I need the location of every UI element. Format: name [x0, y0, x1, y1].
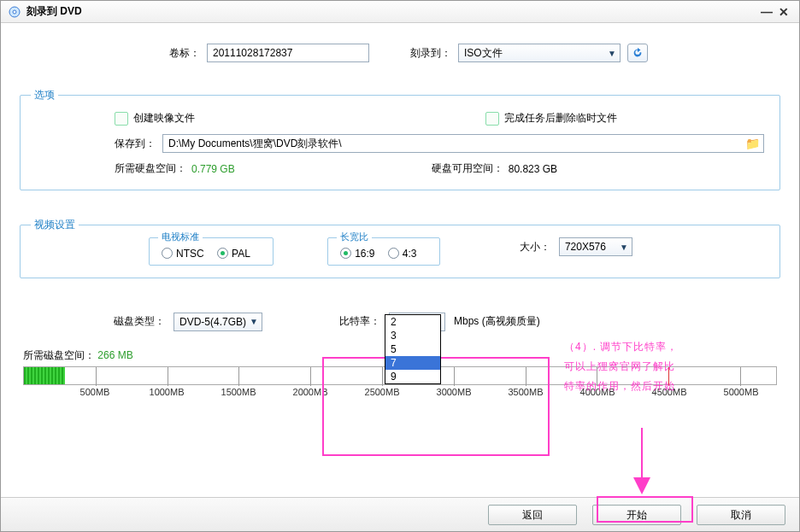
create-image-label: 创建映像文件 — [133, 111, 195, 126]
pal-label: PAL — [232, 248, 250, 260]
chevron-down-icon: ▼ — [608, 49, 616, 58]
tv-standard-group: 电视标准 NTSC PAL — [149, 237, 274, 266]
bitrate-option[interactable]: 3 — [385, 329, 440, 342]
available-space-value: 80.823 GB — [509, 163, 557, 175]
annotation-text: （4）. 调节下比特率， 可以上狸窝官网了解比 特率的作用，然后开始 — [564, 337, 786, 395]
options-legend: 选项 — [31, 88, 58, 102]
button-bar: 返回 开始 取消 — [1, 497, 799, 531]
burn-to-label: 刻录到： — [410, 46, 451, 61]
tick-label: 1000MB — [150, 387, 185, 397]
delete-temp-checkbox[interactable] — [485, 112, 499, 126]
aspect-group: 长宽比 16:9 4:3 — [327, 237, 439, 266]
video-fieldset: 视频设置 电视标准 NTSC PAL 长宽比 16:9 4:3 大小： 720X… — [20, 225, 780, 278]
disk-required-value: 266 MB — [97, 349, 132, 361]
options-fieldset: 选项 创建映像文件 完成任务后删除临时文件 保存到： D:\My Documen… — [20, 95, 780, 190]
delete-temp-label: 完成任务后删除临时文件 — [504, 111, 617, 126]
bitrate-unit: Mbps (高视频质量) — [454, 314, 540, 329]
svg-point-1 — [13, 10, 16, 14]
size-box: 大小： 720X576 ▼ — [520, 237, 632, 256]
disc-type-combo[interactable]: DVD-5(4.7GB) ▼ — [174, 313, 262, 331]
r169-radio[interactable] — [340, 248, 351, 259]
disk-usage-fill — [24, 367, 65, 384]
volume-label-input[interactable] — [207, 44, 369, 62]
create-image-checkbox[interactable] — [115, 112, 128, 126]
burn-to-combo[interactable]: ISO文件 ▼ — [458, 44, 621, 62]
burn-to-value: ISO文件 — [464, 46, 503, 61]
size-value: 720X576 — [565, 241, 606, 253]
minimize-button[interactable]: — — [758, 5, 775, 19]
lower-row: 磁盘类型： DVD-5(4.7GB) ▼ 比特率： 7 ▼ Mbps (高视频质… — [11, 287, 789, 340]
aspect-legend: 长宽比 — [337, 231, 372, 243]
tv-standard-legend: 电视标准 — [158, 231, 203, 243]
save-to-label: 保存到： — [115, 137, 162, 151]
bitrate-option[interactable]: 9 — [385, 370, 440, 383]
start-button[interactable]: 开始 — [592, 505, 681, 525]
app-icon — [8, 5, 21, 19]
r169-label: 16:9 — [355, 248, 374, 260]
header-row: 卷标： 刻录到： ISO文件 ▼ — [11, 32, 789, 71]
tick-label: 2500MB — [365, 387, 400, 397]
tick-label: 1500MB — [221, 387, 256, 397]
chevron-down-icon: ▼ — [250, 317, 258, 326]
size-label: 大小： — [520, 240, 550, 254]
disc-type-label: 磁盘类型： — [114, 314, 165, 329]
close-button[interactable]: ✕ — [775, 5, 792, 19]
ntsc-radio[interactable] — [162, 248, 173, 259]
folder-icon[interactable]: 📁 — [745, 137, 760, 150]
app-window: 刻录到 DVD — ✕ 卷标： 刻录到： ISO文件 ▼ 选项 创建映像文件 — [0, 0, 800, 532]
tick-label: 3500MB — [508, 387, 543, 397]
back-button[interactable]: 返回 — [488, 505, 577, 525]
tick-label: 2000MB — [293, 387, 328, 397]
save-to-path-input[interactable]: D:\My Documents\狸窝\DVD刻录软件\ 📁 — [162, 134, 764, 153]
required-space-label: 所需硬盘空间： — [115, 161, 186, 176]
bitrate-label: 比特率： — [339, 314, 380, 329]
bitrate-option[interactable]: 2 — [385, 315, 440, 329]
bitrate-option[interactable]: 7 — [385, 356, 440, 370]
window-title: 刻录到 DVD — [26, 4, 82, 19]
chevron-down-icon: ▼ — [620, 243, 628, 252]
size-combo[interactable]: 720X576 ▼ — [559, 237, 632, 256]
video-legend: 视频设置 — [31, 218, 79, 232]
titlebar: 刻录到 DVD — ✕ — [1, 1, 799, 23]
annotation-arrow-icon — [625, 428, 659, 496]
disk-required-label: 所需磁盘空间： — [23, 349, 95, 361]
bitrate-option[interactable]: 5 — [385, 342, 440, 356]
pal-radio[interactable] — [217, 248, 228, 259]
svg-marker-3 — [633, 477, 650, 494]
bitrate-dropdown[interactable]: 23579 — [385, 314, 441, 384]
save-to-path-value: D:\My Documents\狸窝\DVD刻录软件\ — [168, 137, 342, 151]
required-space-value: 0.779 GB — [191, 163, 235, 175]
tick-label: 3000MB — [437, 387, 472, 397]
r43-label: 4:3 — [403, 248, 417, 260]
ntsc-label: NTSC — [176, 248, 204, 260]
available-space-label: 硬盘可用空间： — [432, 161, 503, 176]
refresh-button[interactable] — [627, 44, 648, 62]
volume-label-label: 卷标： — [169, 46, 200, 61]
r43-radio[interactable] — [388, 248, 399, 259]
cancel-button[interactable]: 取消 — [697, 505, 785, 525]
tick-label: 500MB — [80, 387, 110, 397]
disc-type-value: DVD-5(4.7GB) — [179, 316, 246, 328]
